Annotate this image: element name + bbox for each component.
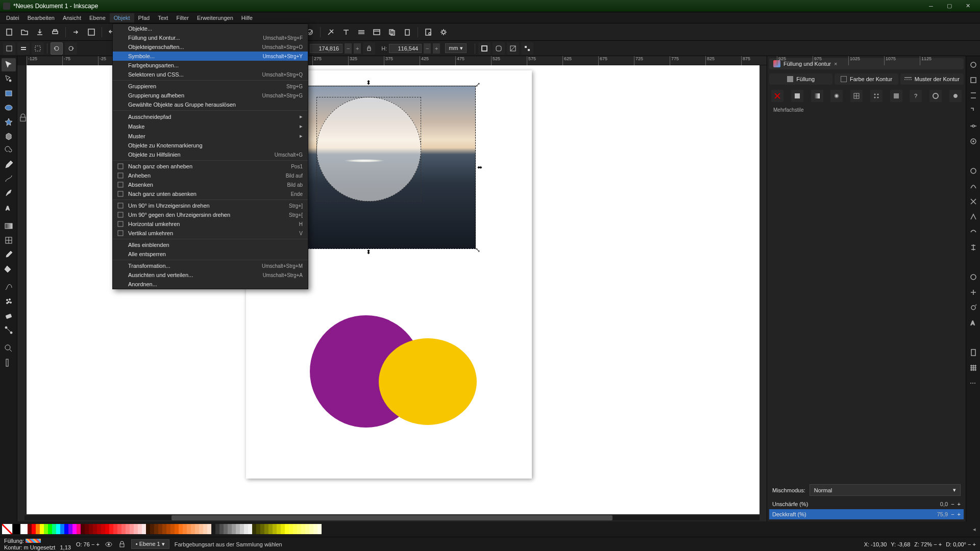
lock-aspect-button[interactable] (363, 42, 375, 55)
yellow-circle-object[interactable] (379, 338, 477, 425)
menu-item[interactable]: Um 90° gegen den Uhrzeigersinn drehenStr… (113, 210, 308, 219)
menu-item[interactable]: Nach ganz unten absenkenEnde (113, 189, 308, 198)
snap-nodes-button[interactable] (968, 165, 979, 177)
paint-pattern-button[interactable] (870, 90, 883, 102)
color-swatch[interactable] (77, 524, 81, 534)
menu-text[interactable]: Text (154, 13, 172, 22)
snap-cusp-button[interactable] (968, 211, 979, 222)
unit-select[interactable]: mm ▾ (445, 43, 466, 53)
menu-item[interactable]: Selektoren und CSS...Umschalt+Strg+Q (113, 70, 308, 79)
menu-ebene[interactable]: Ebene (85, 13, 110, 22)
color-swatch[interactable] (56, 524, 60, 534)
resize-handle-e[interactable]: ⬌ (477, 164, 482, 171)
color-swatch[interactable] (52, 524, 56, 534)
blur-inc[interactable]: + (958, 501, 961, 507)
color-swatch[interactable] (309, 524, 313, 534)
stroke-style-tab[interactable]: Muster der Kontur (900, 73, 964, 85)
color-swatch[interactable] (207, 524, 211, 534)
node-tool[interactable] (2, 72, 16, 86)
menu-item[interactable]: Horizontal umkehrenH (113, 219, 308, 229)
fill-tab[interactable]: Füllung (769, 73, 832, 85)
paint-none-button[interactable] (771, 90, 783, 102)
maximize-button[interactable]: ▢ (940, 1, 959, 12)
snap-intersect-button[interactable] (968, 196, 979, 207)
color-swatch[interactable] (199, 524, 203, 534)
paint-custom1-button[interactable] (929, 90, 942, 102)
color-swatch[interactable] (20, 524, 28, 534)
mesh-tool[interactable] (2, 234, 16, 247)
pencil-tool[interactable] (2, 158, 16, 171)
menu-item[interactable]: Objekte zu Knotenmarkierung (113, 141, 308, 150)
import-button[interactable] (70, 26, 82, 38)
close-button[interactable]: ✕ (959, 1, 977, 12)
lock-icon[interactable] (118, 540, 126, 548)
status-zoom-value[interactable]: 72% (921, 541, 932, 547)
menu-item[interactable]: GruppierenStrg+G (113, 82, 308, 91)
color-swatch[interactable] (203, 524, 207, 534)
select-layer-button[interactable] (17, 42, 30, 55)
snap-smooth-button[interactable] (968, 227, 979, 238)
color-swatch[interactable] (105, 524, 109, 534)
minimize-button[interactable]: ─ (922, 1, 940, 12)
color-swatch[interactable] (93, 524, 97, 534)
color-swatch[interactable] (183, 524, 187, 534)
snap-line-button[interactable] (968, 242, 979, 253)
status-o-dec[interactable]: − (91, 541, 94, 547)
h-dec[interactable]: − (424, 43, 431, 54)
color-swatch[interactable] (126, 524, 130, 534)
color-swatch[interactable] (109, 524, 113, 534)
menu-item[interactable]: Objekteigenschaften...Umschalt+Strg+O (113, 42, 308, 52)
color-swatch[interactable] (187, 524, 191, 534)
dropper-tool[interactable] (2, 248, 16, 261)
deselect-button[interactable] (32, 42, 44, 55)
menu-objekt[interactable]: Objekt (110, 13, 134, 22)
color-swatch[interactable] (228, 524, 232, 534)
color-swatch[interactable] (236, 524, 240, 534)
color-swatch[interactable] (85, 524, 89, 534)
snap-object-center-button[interactable] (968, 287, 979, 298)
print-button[interactable] (49, 26, 61, 38)
select-all-layers-button[interactable] (3, 42, 15, 55)
snap-path-button[interactable] (968, 181, 979, 192)
color-swatch[interactable] (281, 524, 285, 534)
color-swatch[interactable] (44, 524, 48, 534)
color-swatch[interactable] (134, 524, 138, 534)
menu-item[interactable]: AbsenkenBild ab (113, 180, 308, 189)
color-swatch[interactable] (113, 524, 117, 534)
prefs-button[interactable] (437, 26, 450, 38)
color-swatch[interactable] (313, 524, 317, 534)
status-rotation-value[interactable]: 0,00° (953, 541, 966, 547)
color-swatch[interactable] (256, 524, 260, 534)
fill-stroke-button[interactable] (325, 26, 337, 38)
color-swatch[interactable] (158, 524, 162, 534)
color-swatch[interactable] (252, 524, 256, 534)
snap-edge-button[interactable] (968, 90, 979, 101)
menu-item[interactable]: Anordnen... (113, 280, 308, 289)
snap-guide-button[interactable] (968, 378, 979, 389)
doc-props-button[interactable] (422, 26, 434, 38)
color-swatch[interactable] (268, 524, 273, 534)
color-swatch[interactable] (154, 524, 158, 534)
menu-filter[interactable]: Filter (172, 13, 192, 22)
color-swatch[interactable] (264, 524, 268, 534)
calligraphy-tool[interactable] (2, 187, 16, 200)
paint-unknown-button[interactable]: ? (910, 90, 922, 102)
color-swatch[interactable] (32, 524, 36, 534)
snap-grid-button[interactable] (968, 362, 979, 373)
blend-mode-select[interactable]: Normal▾ (810, 484, 961, 496)
spray-tool[interactable] (2, 295, 16, 308)
color-swatch[interactable] (162, 524, 166, 534)
zoom-inc[interactable]: + (939, 541, 942, 547)
color-swatch[interactable] (240, 524, 244, 534)
menu-item[interactable]: Maske▸ (113, 121, 308, 131)
rect-tool[interactable] (2, 87, 16, 100)
color-swatch[interactable] (40, 524, 44, 534)
color-swatch[interactable] (89, 524, 93, 534)
color-swatch[interactable] (36, 524, 40, 534)
menu-item[interactable]: Objekte zu HilfslinienUmschalt+G (113, 150, 308, 159)
save-button[interactable] (34, 26, 46, 38)
color-swatch[interactable] (130, 524, 134, 534)
menu-item[interactable]: Objekte... (113, 24, 308, 33)
opacity-dec[interactable]: − (951, 511, 954, 517)
zoom-tool[interactable] (2, 342, 16, 355)
